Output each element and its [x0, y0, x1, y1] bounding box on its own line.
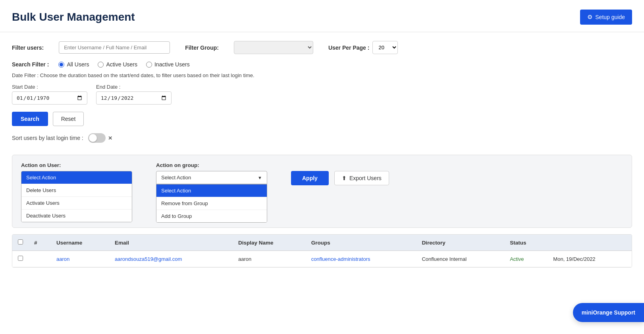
group-action-selected-label: Select Action — [161, 175, 191, 181]
start-date-label: Start Date : — [12, 84, 87, 90]
select-all-checkbox[interactable] — [18, 239, 23, 245]
users-table: # Username Email Display Name Groups Dir… — [12, 235, 632, 267]
table-header-email: Email — [109, 235, 233, 251]
filter-users-label: Filter users: — [12, 45, 44, 51]
group-action-remove[interactable]: Remove from Group — [156, 197, 267, 210]
sort-toggle[interactable]: ✕ — [88, 133, 112, 143]
row-display-name: aaron — [233, 251, 306, 267]
filter-users-input[interactable] — [59, 41, 170, 54]
row-email[interactable]: aarondsouza519@gmail.com — [109, 251, 233, 267]
table-header-last-login — [548, 235, 632, 251]
miniorange-support-button[interactable]: miniOrange Support — [573, 303, 644, 322]
per-page-label: User Per Page : — [328, 45, 370, 51]
per-page-select[interactable]: 10 20 50 100 — [372, 41, 398, 54]
search-button[interactable]: Search — [12, 112, 48, 126]
export-icon: ⬆ — [342, 175, 347, 181]
filter-group-select[interactable] — [234, 41, 313, 54]
user-action-dropdown[interactable]: Select Action Delete Users Activate User… — [21, 171, 132, 222]
table-header-display-name: Display Name — [233, 235, 306, 251]
users-table-wrapper: # Username Email Display Name Groups Dir… — [12, 234, 632, 268]
action-on-user-label: Action on User: — [21, 162, 132, 168]
row-last-login: Mon, 19/Dec/2022 — [548, 251, 632, 267]
export-users-button[interactable]: ⬆ Export Users — [334, 171, 389, 185]
row-checkbox[interactable] — [12, 251, 29, 267]
radio-inactive-users[interactable]: Inactive Users — [146, 61, 190, 68]
action-on-group-label: Action on group: — [156, 162, 267, 168]
row-username[interactable]: aaron — [51, 251, 109, 267]
table-header-directory: Directory — [416, 235, 504, 251]
users-table-section: # Username Email Display Name Groups Dir… — [12, 234, 632, 268]
page-title: Bulk User Management — [12, 11, 135, 23]
action-panel: Action on User: Select Action Delete Use… — [12, 155, 632, 228]
user-action-deactivate[interactable]: Deactivate Users — [21, 209, 132, 222]
row-index — [29, 251, 51, 267]
table-header-groups: Groups — [306, 235, 416, 251]
chevron-down-icon: ▼ — [258, 175, 262, 180]
user-action-selected[interactable]: Select Action — [21, 171, 132, 184]
toggle-x-icon: ✕ — [108, 135, 112, 141]
group-action-select-header[interactable]: Select Action ▼ — [156, 171, 267, 184]
row-status: Active — [504, 251, 548, 267]
sort-label: Sort users by last login time : — [12, 135, 83, 141]
user-action-activate[interactable]: Activate Users — [21, 196, 132, 209]
end-date-input[interactable] — [96, 91, 172, 105]
group-action-add[interactable]: Add to Group — [156, 210, 267, 222]
gear-icon: ⚙ — [587, 14, 592, 21]
date-filter-description: Date Filter : Choose the duration based … — [12, 72, 632, 78]
start-date-input[interactable] — [12, 91, 87, 105]
setup-guide-button[interactable]: ⚙ Setup guide — [580, 10, 632, 25]
table-header-status: Status — [504, 235, 548, 251]
radio-all-users[interactable]: All Users — [58, 61, 89, 68]
search-filter-label: Search Filter : — [12, 61, 49, 68]
apply-button[interactable]: Apply — [291, 171, 329, 185]
group-action-select-action[interactable]: Select Action — [156, 184, 267, 197]
table-header-username: Username — [51, 235, 109, 251]
table-row: aaron aarondsouza519@gmail.com aaron con… — [12, 251, 632, 267]
radio-active-users[interactable]: Active Users — [98, 61, 137, 68]
user-action-delete[interactable]: Delete Users — [21, 184, 132, 196]
search-filter-radio-group: All Users Active Users Inactive Users — [58, 61, 189, 68]
filter-section: Filter users: Filter Group: User Per Pag… — [0, 32, 644, 151]
table-header-hash: # — [29, 235, 51, 251]
table-header-checkbox[interactable] — [12, 235, 29, 251]
reset-button[interactable]: Reset — [53, 112, 84, 126]
row-groups[interactable]: confluence-administrators — [306, 251, 416, 267]
filter-group-label: Filter Group: — [185, 45, 219, 51]
row-directory: Confluence Internal — [416, 251, 504, 267]
end-date-label: End Date : — [96, 84, 172, 90]
group-action-dropdown[interactable]: Select Action Remove from Group Add to G… — [156, 184, 267, 223]
toggle-knob — [89, 134, 97, 142]
